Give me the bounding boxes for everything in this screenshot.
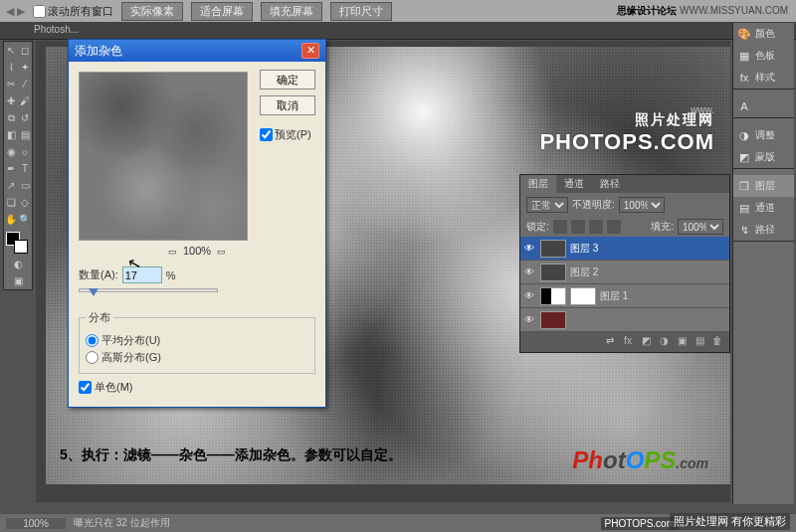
color-swatches[interactable] [4,230,32,256]
layer-thumb [540,287,566,305]
layer-row[interactable]: 👁 图层 2 [520,261,729,284]
zoom-out-button[interactable]: ▭ [166,247,180,257]
dialog-titlebar[interactable]: 添加杂色 ✕ [69,40,325,62]
dodge-tool[interactable]: ☼ [18,143,32,160]
panel-paths[interactable]: ↯路径 [733,219,794,241]
panel-adjust[interactable]: ◑调整 [733,124,794,146]
lock-all-button[interactable] [607,220,621,234]
panel-mask[interactable]: ◩蒙版 [733,146,794,168]
tab-layers[interactable]: 图层 [520,175,556,193]
lasso-tool[interactable]: ⌇ [4,59,18,76]
lock-pixels-button[interactable] [571,220,585,234]
paths-icon: ↯ [737,223,751,237]
marquee-tool[interactable]: ◻ [18,42,32,59]
panel-layers[interactable]: ❐图层 [733,175,794,197]
pen-tool[interactable]: ✒ [4,160,18,177]
ok-button[interactable]: 确定 [260,70,315,89]
healing-tool[interactable]: ✚ [4,92,18,109]
tab-paths[interactable]: 路径 [592,175,628,193]
fx-icon[interactable]: fx [621,335,635,349]
amount-slider[interactable] [79,288,218,302]
fit-screen-button[interactable]: 适合屏幕 [191,2,253,21]
new-layer-icon[interactable]: ▤ [693,335,706,349]
layer-row[interactable]: 👁 图层 3 [520,237,729,261]
quickmask-toggle[interactable]: ◐ [4,256,32,272]
panel-color[interactable]: 🎨颜色 [733,23,794,45]
tab-channels[interactable]: 通道 [556,175,592,193]
eyedropper-tool[interactable]: ∕ [18,76,32,92]
layer-name: 图层 2 [570,266,598,279]
type-icon: A [737,99,751,113]
blur-tool[interactable]: ◉ [4,143,18,160]
watermark-logo: PhotOPS.com [572,446,708,474]
adjustment-icon[interactable]: ◑ [657,335,671,349]
fill-screen-button[interactable]: 填充屏幕 [261,2,322,21]
zoom-in-button[interactable]: ▭ [214,247,228,257]
status-info: 曝光只在 32 位起作用 [74,516,170,530]
lock-label: 锁定: [526,220,549,234]
panel-channels[interactable]: ▤通道 [733,197,794,219]
layer-row[interactable]: 👁 图层 1 [520,284,729,308]
zoom-value: 100% [183,245,211,257]
crop-tool[interactable]: ✂ [4,76,18,92]
path-tool[interactable]: ↗ [4,177,18,194]
trash-icon[interactable]: 🗑 [710,335,724,349]
watermark-photops: www. 照片处理网 PHOTOPS.COM [539,104,714,155]
layer-row[interactable]: 👁 [520,308,729,332]
distribution-fieldset: 分布 平均分布(U) 高斯分布(G) [79,310,315,374]
options-bar: ◀ ▶ 滚动所有窗口 实际像素 适合屏幕 填充屏幕 打印尺寸 思缘设计论坛 WW… [0,0,796,22]
print-size-button[interactable]: 打印尺寸 [330,2,392,21]
zoom-row: ▭ 100% ▭ [79,245,315,257]
opacity-select[interactable]: 100% [619,197,665,213]
3d-tool[interactable]: ❏ [4,194,18,211]
uniform-radio[interactable]: 平均分布(U) [86,333,308,348]
footer-brand-url: PHOTOPS.com [601,517,679,530]
panel-styles[interactable]: fx样式 [733,67,794,89]
panel-swatches[interactable]: ▦色板 [733,45,794,67]
fill-select[interactable]: 100% [678,219,723,235]
cancel-button[interactable]: 取消 [260,95,315,115]
gaussian-radio[interactable]: 高斯分布(G) [86,350,308,365]
lock-trans-button[interactable] [553,220,567,234]
visibility-icon[interactable]: 👁 [524,266,536,277]
3d-cam-tool[interactable]: ◇ [18,194,32,211]
dialog-preview [79,72,248,241]
mask-add-icon[interactable]: ◩ [639,335,653,349]
eraser-tool[interactable]: ◧ [4,126,18,143]
brush-tool[interactable]: 🖌 [18,92,32,109]
close-icon[interactable]: ✕ [301,43,319,59]
link-icon[interactable]: ⇄ [603,335,617,349]
color-icon: 🎨 [737,27,751,41]
dialog-title: 添加杂色 [75,43,122,60]
history-tool[interactable]: ↺ [18,109,32,126]
nav-arrows[interactable]: ◀ ▶ [6,5,25,18]
document-tab[interactable]: Photosh... [34,24,79,35]
gradient-tool[interactable]: ▤ [18,126,32,143]
adjust-icon: ◑ [737,128,751,142]
lock-pos-button[interactable] [589,220,603,234]
scroll-all-checkbox[interactable]: 滚动所有窗口 [33,4,113,19]
monochrome-checkbox[interactable]: 单色(M) [79,380,315,395]
visibility-icon[interactable]: 👁 [524,243,536,254]
tutorial-caption: 5、执行：滤镜——杂色——添加杂色。参数可以自定。 [60,446,402,464]
fill-label: 填充: [651,220,674,234]
type-tool[interactable]: T [18,160,32,177]
right-panel-strip: 🎨颜色 ▦色板 fx样式 A ◑调整 ◩蒙版 ❐图层 ▤通道 ↯路径 [732,23,794,504]
panel-type[interactable]: A [733,95,794,117]
blend-mode-select[interactable]: 正常 [526,197,568,213]
wand-tool[interactable]: ✦ [18,59,32,76]
screenmode-toggle[interactable]: ▣ [4,272,32,289]
zoom-tool[interactable]: 🔍 [18,211,32,228]
zoom-readout[interactable]: 100% [6,518,66,529]
layer-name: 图层 1 [600,289,628,303]
folder-icon[interactable]: ▣ [675,335,689,349]
actual-pixels-button[interactable]: 实际像素 [121,2,183,21]
stamp-tool[interactable]: ⧉ [4,109,18,126]
hand-tool[interactable]: ✋ [4,211,18,228]
site-watermark: 思缘设计论坛 WWW.MISSYUAN.COM [617,4,788,18]
preview-checkbox[interactable]: 预览(P) [260,127,315,142]
visibility-icon[interactable]: 👁 [524,314,536,325]
visibility-icon[interactable]: 👁 [524,290,536,301]
move-tool[interactable]: ↖ [4,42,18,59]
shape-tool[interactable]: ▭ [18,177,32,194]
